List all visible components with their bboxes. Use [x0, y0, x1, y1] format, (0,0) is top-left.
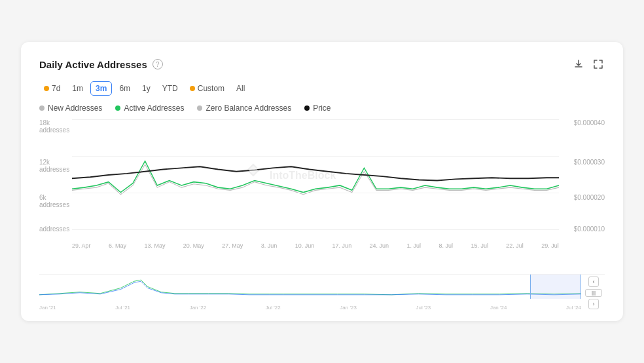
- dot-icon: [190, 86, 195, 91]
- y-axis-left: 18k addresses 12k addresses 6k addresses…: [39, 119, 72, 231]
- card-header: Daily Active Addresses ?: [39, 58, 605, 71]
- legend-dot: [39, 105, 45, 111]
- x-label: 24. Jun: [370, 242, 389, 249]
- legend-label: Price: [313, 104, 331, 113]
- legend-active-addresses: Active Addresses: [115, 104, 184, 113]
- main-chart-svg: [72, 119, 559, 231]
- filter-1m[interactable]: 1m: [67, 82, 88, 95]
- x-label: 3. Jun: [261, 242, 277, 249]
- x-label: 6. May: [109, 242, 126, 249]
- mini-x-label: Jan '23: [340, 305, 357, 311]
- filter-all[interactable]: All: [232, 82, 249, 95]
- mini-chart-plot: [39, 275, 581, 299]
- mini-x-label: Jul '24: [566, 305, 581, 311]
- mini-x-label: Jan '24: [490, 305, 507, 311]
- x-label: 17. Jun: [332, 242, 352, 249]
- download-button[interactable]: [572, 58, 585, 71]
- mini-x-labels: Jan '21 Jul '21 Jan '22 Jul '22 Jan '23 …: [39, 305, 581, 311]
- scroll-controls: ‹ ||| ›: [582, 275, 605, 311]
- dot-icon: [44, 86, 49, 91]
- filter-3m[interactable]: 3m: [90, 81, 112, 96]
- x-label: 13. May: [144, 242, 165, 249]
- legend-label: Active Addresses: [124, 104, 184, 113]
- legend-new-addresses: New Addresses: [39, 104, 102, 113]
- y-axis-right: $0.000040 $0.000030 $0.000020 $0.000010: [559, 119, 605, 231]
- y-label-20: $0.000020: [574, 194, 605, 201]
- filter-7d[interactable]: 7d: [39, 82, 65, 95]
- x-label: 15. Jul: [471, 242, 488, 249]
- title-group: Daily Active Addresses ?: [39, 59, 163, 70]
- y-label-12k: 12k addresses: [39, 159, 72, 173]
- scroll-right-button[interactable]: ›: [588, 299, 599, 309]
- x-label: 20. May: [183, 242, 204, 249]
- mini-x-label: Jul '22: [266, 305, 281, 311]
- time-filter-bar: 7d 1m 3m 6m 1y YTD Custom All: [39, 81, 605, 96]
- legend-label: New Addresses: [48, 104, 102, 113]
- mini-x-label: Jul '21: [115, 305, 130, 311]
- mini-x-label: Jan '21: [39, 305, 56, 311]
- active-addresses-line: [72, 161, 559, 193]
- mini-chart-area: Jan '21 Jul '21 Jan '22 Jul '22 Jan '23 …: [39, 274, 605, 311]
- price-line: [72, 166, 559, 180]
- mini-chart-svg: [39, 275, 581, 299]
- help-icon[interactable]: ?: [152, 59, 163, 69]
- y-label-10: $0.000010: [574, 225, 605, 233]
- card-title: Daily Active Addresses: [39, 59, 147, 70]
- filter-6m[interactable]: 6m: [115, 82, 135, 95]
- grid-line: [72, 156, 559, 157]
- x-label: 8. Jul: [438, 242, 453, 249]
- x-label: 1. Jul: [407, 242, 421, 249]
- chart-card: Daily Active Addresses ? 7d 1m 3m 6m 1y …: [21, 42, 623, 321]
- grid-line: [72, 229, 559, 230]
- legend: New Addresses Active Addresses Zero Bala…: [39, 104, 605, 113]
- y-label-addr: addresses: [39, 225, 69, 233]
- y-label-30: $0.000030: [574, 159, 605, 166]
- grid-line: [72, 119, 559, 120]
- mini-x-label: Jan '22: [190, 305, 207, 311]
- main-chart-area: 18k addresses 12k addresses 6k addresses…: [39, 119, 605, 250]
- filter-custom[interactable]: Custom: [185, 82, 229, 95]
- x-axis-labels: 29. Apr 6. May 13. May 20. May 27. May 3…: [72, 242, 559, 249]
- legend-dot: [115, 105, 120, 111]
- x-label: 10. Jun: [295, 242, 315, 249]
- y-label-40: $0.000040: [574, 119, 605, 126]
- filter-1y[interactable]: 1y: [137, 82, 155, 95]
- x-label: 29. Jul: [541, 242, 559, 249]
- filter-ytd[interactable]: YTD: [158, 82, 183, 95]
- new-addresses-line: [72, 164, 559, 195]
- y-label-18k: 18k addresses: [39, 119, 72, 134]
- legend-label: Zero Balance Addresses: [206, 104, 291, 113]
- expand-button[interactable]: [592, 58, 605, 71]
- x-label: 29. Apr: [72, 242, 91, 249]
- scroll-indicator: |||: [585, 289, 602, 297]
- grid-line: [72, 193, 559, 193]
- legend-dot: [304, 105, 310, 111]
- x-label: 27. May: [222, 242, 243, 249]
- legend-zero-balance: Zero Balance Addresses: [197, 104, 291, 113]
- expand-icon: [593, 59, 603, 69]
- chart-plot-area: IntoTheBlock 29. Apr 6. May 13. May 20.: [72, 119, 559, 231]
- legend-price: Price: [304, 104, 331, 113]
- filter-label: Custom: [198, 84, 224, 93]
- y-label-6k: 6k addresses: [39, 194, 72, 208]
- x-label: 22. Jul: [506, 242, 524, 249]
- selection-overlay[interactable]: [530, 275, 581, 299]
- legend-dot: [197, 105, 202, 111]
- scroll-left-button[interactable]: ‹: [588, 277, 599, 287]
- download-icon: [573, 59, 584, 69]
- mini-x-label: Jul '23: [416, 305, 431, 311]
- header-actions: [572, 58, 605, 71]
- mini-active-line: [39, 280, 581, 295]
- filter-label: 7d: [52, 84, 60, 93]
